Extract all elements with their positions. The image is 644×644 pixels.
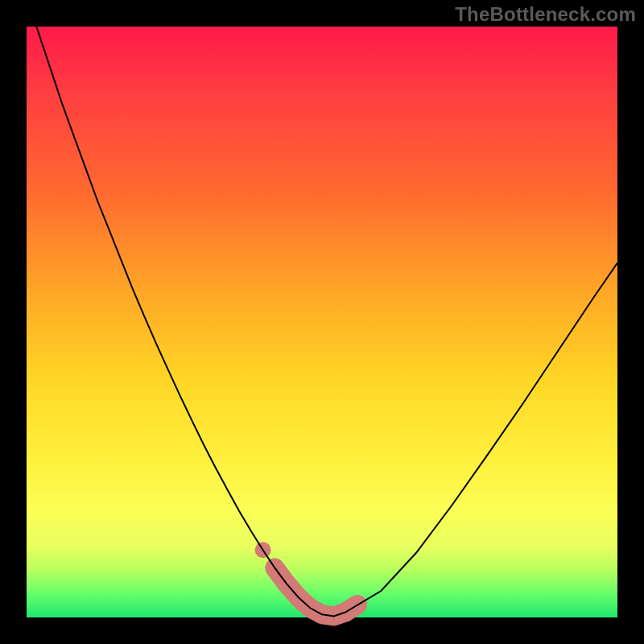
bottleneck-curve [27,0,617,617]
watermark: TheBottleneck.com [455,3,636,26]
chart-frame: TheBottleneck.com [0,0,644,644]
highlight-segment [275,568,357,616]
chart-svg [27,27,617,617]
